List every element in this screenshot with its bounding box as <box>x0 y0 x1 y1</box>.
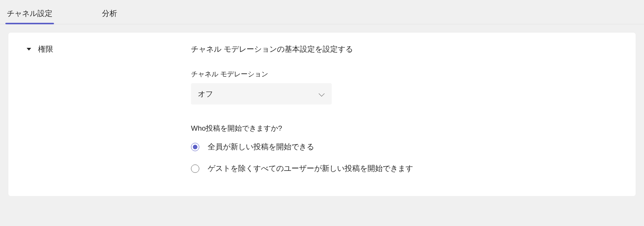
chevron-down-icon <box>319 91 325 97</box>
permissions-content: チャネル モデレーションの基本設定を設定する チャネル モデレーション オフ W… <box>191 44 620 185</box>
moderation-value: オフ <box>198 89 213 99</box>
moderation-heading: チャネル モデレーションの基本設定を設定する <box>191 44 620 54</box>
who-can-post-question: Who投稿を開始できますか? <box>191 123 620 133</box>
tab-analytics[interactable]: 分析 <box>102 2 117 24</box>
section-title: 権限 <box>38 44 53 54</box>
radio-label-everyone: 全員が新しい投稿を開始できる <box>208 142 314 152</box>
section-permissions-header[interactable]: 権限 <box>24 44 191 54</box>
settings-panel: 権限 チャネル モデレーションの基本設定を設定する チャネル モデレーション オ… <box>8 33 636 196</box>
radio-icon <box>191 164 199 173</box>
caret-down-icon <box>27 48 31 51</box>
tab-channel-settings[interactable]: チャネル設定 <box>7 2 52 24</box>
moderation-label: チャネル モデレーション <box>191 70 620 79</box>
radio-option-everyone[interactable]: 全員が新しい投稿を開始できる <box>191 142 620 152</box>
radio-icon-selected <box>191 143 199 151</box>
radio-option-except-guests[interactable]: ゲストを除くすべてのユーザーが新しい投稿を開始できます <box>191 163 620 174</box>
radio-label-except-guests: ゲストを除くすべてのユーザーが新しい投稿を開始できます <box>208 163 413 174</box>
tab-bar: チャネル設定 分析 <box>0 0 644 24</box>
moderation-dropdown[interactable]: オフ <box>191 83 332 104</box>
